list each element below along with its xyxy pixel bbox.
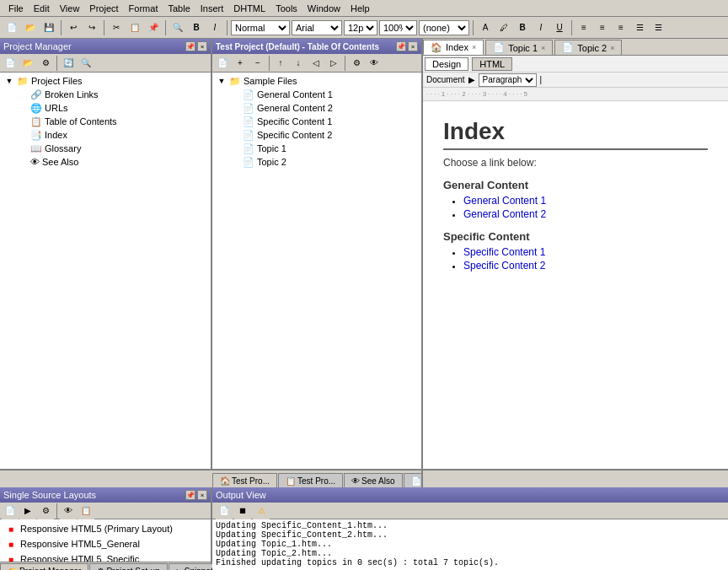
menu-insert[interactable]: Insert bbox=[195, 2, 229, 15]
menu-view[interactable]: View bbox=[55, 2, 85, 15]
size-select[interactable]: 12pt bbox=[344, 20, 377, 35]
menu-format[interactable]: Format bbox=[124, 2, 163, 15]
open-btn[interactable]: 📂 bbox=[22, 19, 39, 36]
switch-project-manager[interactable]: 📁 Project Manager bbox=[0, 563, 88, 570]
tab-index[interactable]: 🏠 Index × bbox=[423, 40, 484, 55]
toc-up-btn[interactable]: ↑ bbox=[272, 55, 289, 72]
toc-new-btn[interactable]: 📄 bbox=[214, 55, 231, 72]
tab-topic2[interactable]: 📄 Topic 2 × bbox=[554, 40, 622, 55]
refresh-btn[interactable]: 🔄 bbox=[60, 55, 77, 72]
tree-see-also[interactable]: 👁 See Also bbox=[2, 155, 209, 169]
toc-view-btn[interactable]: 👁 bbox=[366, 55, 383, 72]
toc-promote-btn[interactable]: ◁ bbox=[308, 55, 324, 72]
toc-tree-root[interactable]: ▼ 📁 Sample Files bbox=[214, 74, 420, 88]
bottom-tab-2[interactable]: 📋 Test Pro... bbox=[278, 473, 343, 488]
bold-btn[interactable]: B bbox=[188, 19, 205, 36]
layout-generate-btn[interactable]: ▶ bbox=[19, 503, 36, 519]
layout-batch-btn[interactable]: ⚙ bbox=[37, 503, 54, 519]
menu-project[interactable]: Project bbox=[84, 2, 123, 15]
italic2-btn[interactable]: I bbox=[533, 19, 549, 36]
paste-btn[interactable]: 📌 bbox=[145, 19, 162, 36]
menu-window[interactable]: Window bbox=[302, 2, 345, 15]
find-btn[interactable]: 🔍 bbox=[169, 19, 186, 36]
format-btn[interactable]: A bbox=[477, 19, 494, 36]
new-file-btn[interactable]: 📄 bbox=[2, 55, 19, 72]
cut-btn[interactable]: ✂ bbox=[108, 19, 125, 36]
align-right-btn[interactable]: ≡ bbox=[613, 19, 629, 36]
link-gc2[interactable]: General Content 2 bbox=[463, 208, 546, 220]
search-btn[interactable]: 🔍 bbox=[78, 55, 94, 72]
toc-remove-btn[interactable]: − bbox=[249, 55, 266, 72]
layout-item-1[interactable]: ■ Responsive HTML5 (Primary Layout) bbox=[2, 521, 209, 536]
bottom-tab-1[interactable]: 🏠 Test Pro... bbox=[212, 473, 277, 488]
menu-help[interactable]: Help bbox=[345, 2, 375, 15]
italic-btn[interactable]: I bbox=[206, 19, 223, 36]
bottom-tab-3[interactable]: 👁 See Also bbox=[344, 473, 402, 488]
new-folder-btn[interactable]: 📂 bbox=[19, 55, 36, 72]
save-btn[interactable]: 💾 bbox=[40, 19, 57, 36]
link-gc1[interactable]: General Content 1 bbox=[463, 195, 546, 207]
toc-item-t2[interactable]: 📄 Topic 2 bbox=[214, 155, 420, 169]
layout-new-btn[interactable]: 📄 bbox=[2, 503, 19, 519]
layout-item-3[interactable]: ■ Responsive HTML5_Specific bbox=[2, 551, 209, 562]
html-btn[interactable]: HTML bbox=[472, 57, 512, 71]
tree-urls[interactable]: 🌐 URLs bbox=[2, 101, 209, 115]
style2-select[interactable]: (none) bbox=[419, 20, 469, 35]
toc-props-btn[interactable]: ⚙ bbox=[348, 55, 365, 72]
menu-file[interactable]: File bbox=[3, 2, 29, 15]
toc-demote-btn[interactable]: ▷ bbox=[325, 55, 342, 72]
tab-topic1[interactable]: 📄 Topic 1 × bbox=[485, 40, 553, 55]
output-clear-btn[interactable]: 📄 bbox=[216, 503, 233, 519]
menu-edit[interactable]: Edit bbox=[29, 2, 55, 15]
tree-glossary[interactable]: 📖 Glossary bbox=[2, 142, 209, 155]
highlight-btn[interactable]: 🖊 bbox=[495, 19, 512, 36]
toc-down-btn[interactable]: ↓ bbox=[290, 55, 307, 72]
tree-index[interactable]: 📑 Index bbox=[2, 128, 209, 142]
toc-item-sc2[interactable]: 📄 Specific Content 2 bbox=[214, 128, 420, 142]
layout-close-btn[interactable]: × bbox=[197, 490, 207, 500]
new-btn[interactable]: 📄 bbox=[3, 19, 20, 36]
style-select[interactable]: Normal bbox=[231, 20, 290, 35]
toc-item-gc2[interactable]: 📄 General Content 2 bbox=[214, 101, 420, 115]
output-warn-btn[interactable]: ⚠ bbox=[253, 503, 270, 519]
toc-pin-btn[interactable]: 📌 bbox=[396, 41, 406, 51]
tree-project-root[interactable]: ▼ 📁 Project Files bbox=[2, 74, 209, 88]
switch-project-setup[interactable]: ⚙ Project Set-up bbox=[89, 563, 167, 570]
layout-pin-btn[interactable]: 📌 bbox=[185, 490, 195, 500]
bold2-btn[interactable]: B bbox=[514, 19, 531, 36]
align-center-btn[interactable]: ≡ bbox=[594, 19, 611, 36]
tree-broken-links[interactable]: 🔗 Broken Links bbox=[2, 88, 209, 101]
design-btn[interactable]: Design bbox=[425, 57, 468, 71]
menu-dhtml[interactable]: DHTML bbox=[228, 2, 270, 15]
link-sc1[interactable]: Specific Content 1 bbox=[463, 246, 545, 258]
toc-close-btn[interactable]: × bbox=[408, 41, 418, 51]
layout-props-btn[interactable]: 📋 bbox=[78, 503, 94, 519]
layout-view-btn[interactable]: 👁 bbox=[60, 503, 77, 519]
tab-topic1-close[interactable]: × bbox=[541, 44, 545, 52]
paragraph-select[interactable]: Paragraph bbox=[479, 73, 537, 87]
tab-index-close[interactable]: × bbox=[472, 43, 476, 51]
list-btn[interactable]: ☰ bbox=[631, 19, 648, 36]
output-stop-btn[interactable]: ⏹ bbox=[234, 503, 251, 519]
toc-item-sc1[interactable]: 📄 Specific Content 1 bbox=[214, 115, 420, 128]
toc-add-btn[interactable]: + bbox=[232, 55, 249, 72]
align-left-btn[interactable]: ≡ bbox=[575, 19, 592, 36]
menu-tools[interactable]: Tools bbox=[270, 2, 302, 15]
undo-btn[interactable]: ↩ bbox=[65, 19, 82, 36]
layout-item-2[interactable]: ■ Responsive HTML5_General bbox=[2, 536, 209, 551]
properties-btn[interactable]: ⚙ bbox=[37, 55, 54, 72]
zoom-select[interactable]: 100% bbox=[379, 20, 417, 35]
menu-table[interactable]: Table bbox=[163, 2, 195, 15]
redo-btn[interactable]: ↪ bbox=[83, 19, 100, 36]
copy-btn[interactable]: 📋 bbox=[126, 19, 143, 36]
tab-topic2-close[interactable]: × bbox=[610, 44, 614, 52]
close-left-btn[interactable]: × bbox=[197, 41, 207, 51]
underline-btn[interactable]: U bbox=[551, 19, 568, 36]
font-select[interactable]: Arial bbox=[292, 20, 342, 35]
numlist-btn[interactable]: ☰ bbox=[650, 19, 666, 36]
bottom-tab-4[interactable]: 📄 Test Pro... bbox=[404, 473, 423, 488]
toc-item-t1[interactable]: 📄 Topic 1 bbox=[214, 142, 420, 155]
pin-btn[interactable]: 📌 bbox=[185, 41, 195, 51]
tree-toc[interactable]: 📋 Table of Contents bbox=[2, 115, 209, 128]
toc-item-gc1[interactable]: 📄 General Content 1 bbox=[214, 88, 420, 101]
